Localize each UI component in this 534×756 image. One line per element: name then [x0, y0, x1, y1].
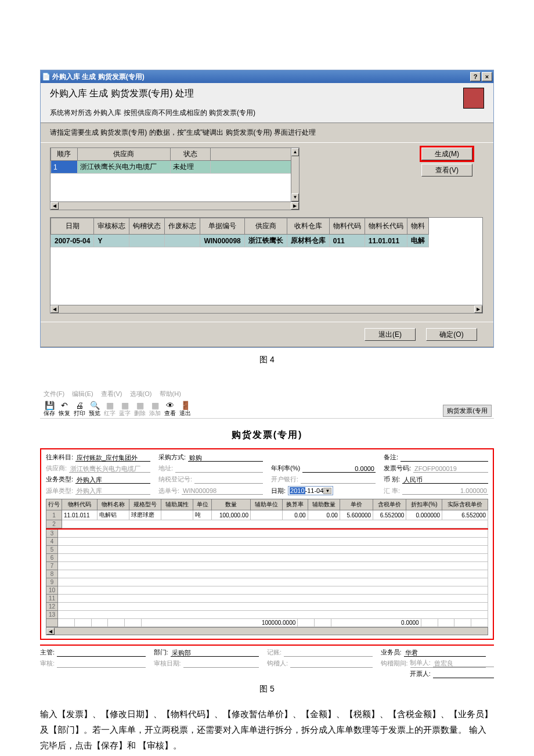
horizontal-scrollbar[interactable]: ◀ ▶ — [50, 305, 482, 313]
line-items-grid-cont[interactable]: 3 4 5 6 7 8 9 10 11 12 13 100000.00000.0… — [46, 528, 488, 627]
toolbar-打印[interactable]: 🖨打印 — [73, 401, 86, 417]
toolbar-退出[interactable]: 🚪退出 — [178, 401, 192, 417]
table-row[interactable]: 9 — [46, 578, 488, 586]
dropdown-icon[interactable]: ▼ — [323, 488, 331, 494]
table-row[interactable]: 111.01.011电解铝球磨球磨吨100,000.000.000.005.60… — [46, 510, 488, 520]
col-11[interactable]: 含税单价 — [373, 499, 406, 510]
col-matlong[interactable]: 物料长代码 — [365, 218, 407, 235]
menu-view[interactable]: 查看(V) — [101, 390, 122, 397]
col-12[interactable]: 折扣率(%) — [406, 499, 442, 510]
scroll-right-icon[interactable]: ▶ — [474, 305, 482, 313]
col-5[interactable]: 单位 — [193, 499, 212, 510]
col-status[interactable]: 状态 — [170, 148, 211, 161]
col-3[interactable]: 规格型号 — [129, 499, 161, 510]
field-invoice-no[interactable]: ZFOFP000019 — [413, 465, 488, 473]
col-matcode[interactable]: 物料代码 — [329, 218, 365, 235]
table-row[interactable]: 13 — [46, 611, 488, 619]
col-date[interactable]: 日期 — [51, 218, 94, 235]
table-row[interactable]: 8 — [46, 570, 488, 578]
field-book[interactable] — [284, 649, 372, 657]
menu-help[interactable]: 帮助(H) — [160, 390, 181, 397]
menu-option[interactable]: 选项(O) — [130, 390, 152, 397]
scroll-right-icon[interactable]: ▶ — [291, 202, 299, 210]
col-8[interactable]: 换算率 — [283, 499, 308, 510]
toolbar-查看[interactable]: 👁查看 — [163, 401, 177, 417]
col-13[interactable]: 实际含税单价 — [442, 499, 488, 510]
menu-file[interactable]: 文件(F) — [44, 390, 64, 397]
toolbar-预览[interactable]: 🔍预览 — [88, 401, 102, 417]
field-dept[interactable]: 采购部 — [171, 649, 259, 657]
scroll-left-icon[interactable]: ◀ — [46, 628, 55, 635]
toolbar-添加[interactable]: ▦添加 — [148, 401, 162, 417]
scroll-down-icon[interactable]: ▼ — [291, 193, 299, 201]
view-button[interactable]: 查看(V) — [421, 164, 472, 177]
toolbar-红字[interactable]: ▦红字 — [103, 401, 117, 417]
scroll-left-icon[interactable]: ◀ — [50, 305, 59, 313]
table-row[interactable]: 5 — [46, 546, 488, 554]
exit-button[interactable]: 退出(E) — [365, 328, 416, 341]
field-supplier[interactable]: 浙江铁鹰长兴电力电缆厂 — [69, 465, 150, 473]
vertical-scrollbar[interactable]: ▲ ▼ — [291, 148, 299, 201]
toolbar-保存[interactable]: 💾保存 — [42, 401, 56, 417]
table-row[interactable]: 2 — [46, 520, 488, 528]
ok-button[interactable]: 确定(O) — [426, 328, 477, 341]
col-warehouse[interactable]: 收料仓库 — [287, 218, 329, 235]
col-9[interactable]: 辅助数量 — [308, 499, 340, 510]
table-row[interactable]: 10 — [46, 586, 488, 595]
field-purchase-mode[interactable]: 赊购 — [188, 453, 263, 462]
table-row[interactable]: 2007-05-04 Y WIN000098 浙江铁鹰长 原材料仓库 011 1… — [51, 235, 429, 247]
field-currency[interactable]: 人民币 — [402, 476, 488, 484]
field-srcno[interactable]: WIN000098 — [182, 487, 263, 495]
col-7[interactable]: 辅助单位 — [250, 499, 282, 510]
menu-edit[interactable]: 编辑(E) — [72, 390, 93, 397]
col-void[interactable]: 作废标志 — [165, 218, 200, 235]
field-bank[interactable] — [301, 476, 376, 484]
toolbar-删除[interactable]: ▦删除 — [133, 401, 147, 417]
table-row[interactable]: 3 — [46, 529, 488, 538]
field-rate[interactable]: 0.0000 — [302, 465, 376, 473]
toolbar-恢复[interactable]: ↶恢复 — [57, 401, 71, 417]
toolbar-蓝字[interactable]: ▦蓝字 — [118, 401, 132, 417]
menubar[interactable]: 文件(F) 编辑(E) 查看(V) 选项(O) 帮助(H) — [40, 388, 494, 399]
col-hook[interactable]: 钩稽状态 — [129, 218, 165, 235]
col-mat[interactable]: 物料 — [407, 218, 428, 235]
field-issuer[interactable] — [433, 670, 494, 678]
generate-button[interactable]: 生成(M) — [421, 147, 472, 160]
supplier-grid[interactable]: 顺序 供应商 状态 1 浙江铁鹰长兴电力电缆厂 未处理 ▲ ▼ — [50, 147, 300, 210]
titlebar[interactable]: 📄 外购入库 生成 购货发票(专用) ? × — [41, 70, 493, 83]
detail-grid[interactable]: 日期 审核标志 钩稽状态 作废标志 单据编号 供应商 收料仓库 物料代码 物料长… — [50, 217, 483, 314]
close-button[interactable]: × — [482, 72, 492, 81]
scroll-up-icon[interactable]: ▲ — [291, 148, 299, 156]
horizontal-scrollbar[interactable]: ◀ — [46, 627, 488, 635]
field-exrate[interactable]: 1.000000 — [402, 487, 488, 495]
col-blank[interactable] — [211, 148, 292, 161]
field-taxreg[interactable] — [194, 476, 263, 484]
line-items-grid[interactable]: 行号物料代码物料名称规格型号辅助属性单位数量辅助单位换算率辅助数量单价含税单价折… — [46, 499, 488, 528]
col-supplier[interactable]: 供应商 — [77, 148, 170, 161]
table-row[interactable]: 11 — [46, 595, 488, 603]
table-row[interactable]: 4 — [46, 538, 488, 546]
field-address[interactable] — [175, 465, 263, 473]
scroll-left-icon[interactable]: ◀ — [50, 202, 59, 210]
horizontal-scrollbar[interactable]: ◀ ▶ — [50, 201, 299, 210]
col-seq[interactable]: 顺序 — [51, 148, 78, 161]
col-0[interactable]: 行号 — [46, 499, 62, 510]
col-supplier2[interactable]: 供应商 — [244, 218, 287, 235]
table-row[interactable]: 12 — [46, 603, 488, 611]
col-4[interactable]: 辅助属性 — [161, 499, 193, 510]
col-audit[interactable]: 审核标志 — [94, 218, 129, 235]
field-account[interactable]: 应付账款_应付集团外 — [75, 453, 150, 462]
date-field[interactable]: 2010-11-04▼ — [288, 486, 333, 495]
table-row[interactable]: 6 — [46, 554, 488, 562]
field-director[interactable] — [57, 649, 145, 657]
col-2[interactable]: 物料名称 — [97, 499, 129, 510]
help-button[interactable]: ? — [470, 72, 481, 81]
field-remark[interactable] — [400, 453, 488, 462]
table-row[interactable]: 7 — [46, 562, 488, 570]
table-row[interactable]: 1 浙江铁鹰长兴电力电缆厂 未处理 — [51, 161, 292, 174]
field-srctype[interactable]: 外购入库 — [75, 487, 150, 495]
col-billno[interactable]: 单据编号 — [200, 218, 244, 235]
field-sales[interactable]: 华君 — [404, 649, 486, 657]
col-6[interactable]: 数量 — [211, 499, 250, 510]
field-biztype[interactable]: 外购入库 — [75, 476, 150, 484]
